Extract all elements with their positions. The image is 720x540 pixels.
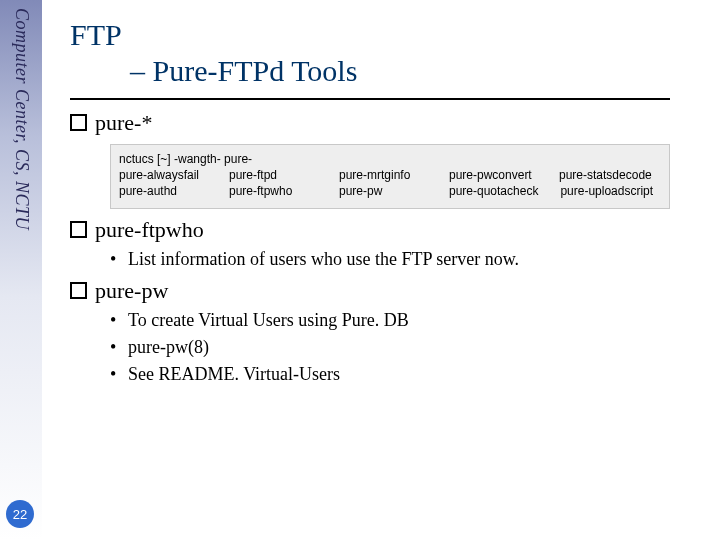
term-cell: pure-alwaysfail — [119, 167, 207, 183]
term-cell: pure-statsdecode — [559, 167, 652, 183]
title-line-2: – Pure-FTPd Tools — [130, 54, 700, 88]
section-heading-pure-pw: pure-pw — [70, 278, 700, 304]
term-cell: pure-pwconvert — [449, 167, 537, 183]
section-heading-pure-ftpwho: pure-ftpwho — [70, 217, 700, 243]
terminal-line-1: nctucs [~] -wangth- pure- — [119, 151, 661, 167]
term-cell: pure-authd — [119, 183, 207, 199]
term-cell: pure-pw — [339, 183, 427, 199]
content: FTP – Pure-FTPd Tools pure-* nctucs [~] … — [70, 18, 700, 385]
slide: Computer Center, CS, NCTU 22 FTP – Pure-… — [0, 0, 720, 540]
sidebar: Computer Center, CS, NCTU — [0, 0, 42, 540]
terminal-row-1: pure-alwaysfail pure-ftpd pure-mrtginfo … — [119, 167, 661, 183]
page-number-badge: 22 — [6, 500, 34, 528]
terminal-output: nctucs [~] -wangth- pure- pure-alwaysfai… — [110, 144, 670, 209]
sub-bullet: List information of users who use the FT… — [110, 249, 700, 270]
section-heading-pure-star: pure-* — [70, 110, 700, 136]
sidebar-text: Computer Center, CS, NCTU — [11, 8, 32, 230]
term-cell: pure-mrtginfo — [339, 167, 427, 183]
term-cell: pure-quotacheck — [449, 183, 538, 199]
term-cell: pure-uploadscript — [560, 183, 653, 199]
term-cell: pure-ftpd — [229, 167, 317, 183]
term-cell: pure-ftpwho — [229, 183, 317, 199]
sub-bullet: See README. Virtual-Users — [110, 364, 700, 385]
title-rule — [70, 98, 670, 100]
sub-bullet: To create Virtual Users using Pure. DB — [110, 310, 700, 331]
title-line-1: FTP — [70, 18, 700, 52]
sub-bullet: pure-pw(8) — [110, 337, 700, 358]
terminal-row-2: pure-authd pure-ftpwho pure-pw pure-quot… — [119, 183, 661, 199]
